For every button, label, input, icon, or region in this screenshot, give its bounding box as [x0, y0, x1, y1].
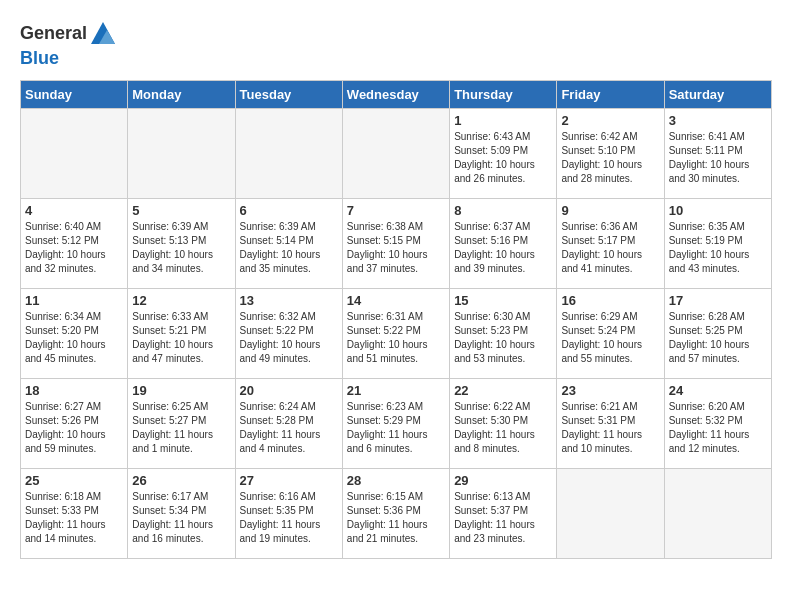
logo-general: General: [20, 23, 87, 43]
calendar-cell: 6Sunrise: 6:39 AM Sunset: 5:14 PM Daylig…: [235, 198, 342, 288]
calendar-cell: 12Sunrise: 6:33 AM Sunset: 5:21 PM Dayli…: [128, 288, 235, 378]
calendar-cell: 2Sunrise: 6:42 AM Sunset: 5:10 PM Daylig…: [557, 108, 664, 198]
day-info: Sunrise: 6:38 AM Sunset: 5:15 PM Dayligh…: [347, 220, 445, 276]
logo: General Blue: [20, 20, 117, 70]
calendar-week-1: 4Sunrise: 6:40 AM Sunset: 5:12 PM Daylig…: [21, 198, 772, 288]
day-info: Sunrise: 6:32 AM Sunset: 5:22 PM Dayligh…: [240, 310, 338, 366]
day-number: 5: [132, 203, 230, 218]
header-thursday: Thursday: [450, 80, 557, 108]
calendar-cell: 8Sunrise: 6:37 AM Sunset: 5:16 PM Daylig…: [450, 198, 557, 288]
day-number: 1: [454, 113, 552, 128]
day-info: Sunrise: 6:39 AM Sunset: 5:13 PM Dayligh…: [132, 220, 230, 276]
day-info: Sunrise: 6:20 AM Sunset: 5:32 PM Dayligh…: [669, 400, 767, 456]
day-number: 27: [240, 473, 338, 488]
calendar-cell: 18Sunrise: 6:27 AM Sunset: 5:26 PM Dayli…: [21, 378, 128, 468]
calendar-cell: 5Sunrise: 6:39 AM Sunset: 5:13 PM Daylig…: [128, 198, 235, 288]
header-wednesday: Wednesday: [342, 80, 449, 108]
calendar-cell: 26Sunrise: 6:17 AM Sunset: 5:34 PM Dayli…: [128, 468, 235, 558]
day-info: Sunrise: 6:15 AM Sunset: 5:36 PM Dayligh…: [347, 490, 445, 546]
calendar-cell: 24Sunrise: 6:20 AM Sunset: 5:32 PM Dayli…: [664, 378, 771, 468]
calendar-week-4: 25Sunrise: 6:18 AM Sunset: 5:33 PM Dayli…: [21, 468, 772, 558]
day-number: 16: [561, 293, 659, 308]
calendar-table: SundayMondayTuesdayWednesdayThursdayFrid…: [20, 80, 772, 559]
calendar-cell: 4Sunrise: 6:40 AM Sunset: 5:12 PM Daylig…: [21, 198, 128, 288]
calendar-cell: 21Sunrise: 6:23 AM Sunset: 5:29 PM Dayli…: [342, 378, 449, 468]
day-number: 10: [669, 203, 767, 218]
day-info: Sunrise: 6:42 AM Sunset: 5:10 PM Dayligh…: [561, 130, 659, 186]
calendar-cell: 19Sunrise: 6:25 AM Sunset: 5:27 PM Dayli…: [128, 378, 235, 468]
day-info: Sunrise: 6:18 AM Sunset: 5:33 PM Dayligh…: [25, 490, 123, 546]
day-info: Sunrise: 6:31 AM Sunset: 5:22 PM Dayligh…: [347, 310, 445, 366]
calendar-cell: [235, 108, 342, 198]
calendar-cell: 20Sunrise: 6:24 AM Sunset: 5:28 PM Dayli…: [235, 378, 342, 468]
page-header: General Blue: [20, 20, 772, 70]
day-info: Sunrise: 6:40 AM Sunset: 5:12 PM Dayligh…: [25, 220, 123, 276]
calendar-cell: [664, 468, 771, 558]
day-info: Sunrise: 6:36 AM Sunset: 5:17 PM Dayligh…: [561, 220, 659, 276]
day-number: 11: [25, 293, 123, 308]
day-info: Sunrise: 6:37 AM Sunset: 5:16 PM Dayligh…: [454, 220, 552, 276]
calendar-cell: 27Sunrise: 6:16 AM Sunset: 5:35 PM Dayli…: [235, 468, 342, 558]
day-info: Sunrise: 6:24 AM Sunset: 5:28 PM Dayligh…: [240, 400, 338, 456]
logo-blue: Blue: [20, 48, 59, 68]
calendar-cell: 22Sunrise: 6:22 AM Sunset: 5:30 PM Dayli…: [450, 378, 557, 468]
logo-icon: [89, 20, 117, 48]
day-number: 14: [347, 293, 445, 308]
header-sunday: Sunday: [21, 80, 128, 108]
day-number: 20: [240, 383, 338, 398]
day-number: 12: [132, 293, 230, 308]
day-info: Sunrise: 6:35 AM Sunset: 5:19 PM Dayligh…: [669, 220, 767, 276]
calendar-week-0: 1Sunrise: 6:43 AM Sunset: 5:09 PM Daylig…: [21, 108, 772, 198]
calendar-cell: 23Sunrise: 6:21 AM Sunset: 5:31 PM Dayli…: [557, 378, 664, 468]
calendar-cell: 9Sunrise: 6:36 AM Sunset: 5:17 PM Daylig…: [557, 198, 664, 288]
day-info: Sunrise: 6:22 AM Sunset: 5:30 PM Dayligh…: [454, 400, 552, 456]
calendar-cell: 29Sunrise: 6:13 AM Sunset: 5:37 PM Dayli…: [450, 468, 557, 558]
day-number: 2: [561, 113, 659, 128]
calendar-cell: [128, 108, 235, 198]
day-number: 29: [454, 473, 552, 488]
calendar-cell: 7Sunrise: 6:38 AM Sunset: 5:15 PM Daylig…: [342, 198, 449, 288]
calendar-cell: 11Sunrise: 6:34 AM Sunset: 5:20 PM Dayli…: [21, 288, 128, 378]
day-info: Sunrise: 6:33 AM Sunset: 5:21 PM Dayligh…: [132, 310, 230, 366]
day-info: Sunrise: 6:34 AM Sunset: 5:20 PM Dayligh…: [25, 310, 123, 366]
calendar-cell: 15Sunrise: 6:30 AM Sunset: 5:23 PM Dayli…: [450, 288, 557, 378]
calendar-cell: 28Sunrise: 6:15 AM Sunset: 5:36 PM Dayli…: [342, 468, 449, 558]
day-info: Sunrise: 6:17 AM Sunset: 5:34 PM Dayligh…: [132, 490, 230, 546]
calendar-week-2: 11Sunrise: 6:34 AM Sunset: 5:20 PM Dayli…: [21, 288, 772, 378]
calendar-header-row: SundayMondayTuesdayWednesdayThursdayFrid…: [21, 80, 772, 108]
calendar-cell: 10Sunrise: 6:35 AM Sunset: 5:19 PM Dayli…: [664, 198, 771, 288]
day-number: 18: [25, 383, 123, 398]
calendar-cell: 1Sunrise: 6:43 AM Sunset: 5:09 PM Daylig…: [450, 108, 557, 198]
calendar-cell: [557, 468, 664, 558]
calendar-cell: 17Sunrise: 6:28 AM Sunset: 5:25 PM Dayli…: [664, 288, 771, 378]
day-info: Sunrise: 6:29 AM Sunset: 5:24 PM Dayligh…: [561, 310, 659, 366]
day-info: Sunrise: 6:25 AM Sunset: 5:27 PM Dayligh…: [132, 400, 230, 456]
day-info: Sunrise: 6:39 AM Sunset: 5:14 PM Dayligh…: [240, 220, 338, 276]
day-number: 21: [347, 383, 445, 398]
day-number: 3: [669, 113, 767, 128]
calendar-cell: 13Sunrise: 6:32 AM Sunset: 5:22 PM Dayli…: [235, 288, 342, 378]
calendar-cell: [21, 108, 128, 198]
day-info: Sunrise: 6:16 AM Sunset: 5:35 PM Dayligh…: [240, 490, 338, 546]
calendar-cell: 14Sunrise: 6:31 AM Sunset: 5:22 PM Dayli…: [342, 288, 449, 378]
day-number: 15: [454, 293, 552, 308]
day-number: 26: [132, 473, 230, 488]
day-number: 6: [240, 203, 338, 218]
day-number: 13: [240, 293, 338, 308]
day-number: 17: [669, 293, 767, 308]
day-number: 28: [347, 473, 445, 488]
header-saturday: Saturday: [664, 80, 771, 108]
day-number: 8: [454, 203, 552, 218]
day-info: Sunrise: 6:13 AM Sunset: 5:37 PM Dayligh…: [454, 490, 552, 546]
day-info: Sunrise: 6:27 AM Sunset: 5:26 PM Dayligh…: [25, 400, 123, 456]
day-number: 7: [347, 203, 445, 218]
day-info: Sunrise: 6:23 AM Sunset: 5:29 PM Dayligh…: [347, 400, 445, 456]
calendar-cell: [342, 108, 449, 198]
day-number: 4: [25, 203, 123, 218]
day-number: 24: [669, 383, 767, 398]
day-info: Sunrise: 6:41 AM Sunset: 5:11 PM Dayligh…: [669, 130, 767, 186]
day-number: 9: [561, 203, 659, 218]
calendar-week-3: 18Sunrise: 6:27 AM Sunset: 5:26 PM Dayli…: [21, 378, 772, 468]
day-info: Sunrise: 6:21 AM Sunset: 5:31 PM Dayligh…: [561, 400, 659, 456]
header-friday: Friday: [557, 80, 664, 108]
